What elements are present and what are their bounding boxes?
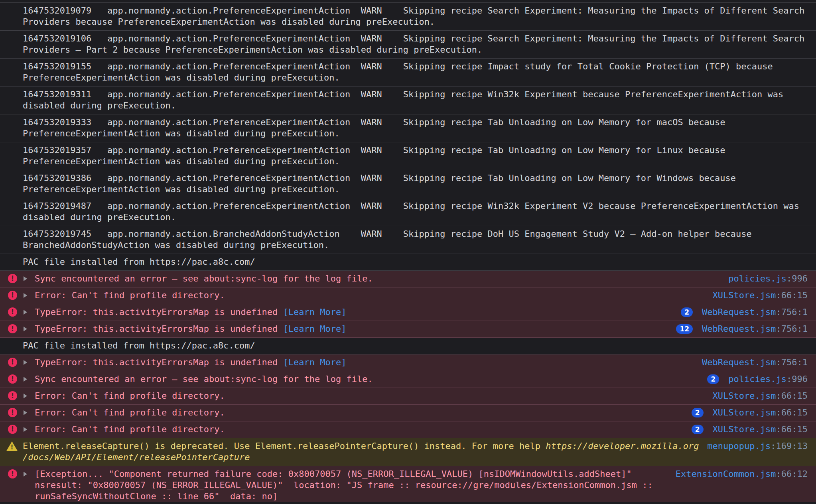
source-filename[interactable]: XULStore.jsm	[713, 408, 776, 417]
message-text: [Exception... "Component returned failur…	[35, 469, 676, 502]
message-line: disabled during preExecution.	[23, 212, 808, 223]
source-location-link[interactable]: policies.js:996	[728, 273, 808, 284]
row-gutter: !	[0, 390, 35, 400]
learn-more-link[interactable]: [Learn More]	[283, 307, 347, 317]
row-meta: 2WebRequest.jsm:756:1	[681, 307, 808, 318]
error-icon: !	[8, 408, 17, 417]
source-location-link[interactable]: XULStore.jsm:66:15	[713, 424, 808, 435]
message-line: Error: Can't find profile directory.	[35, 290, 713, 301]
message-segment: /docs/Web/API/Element/releasePointerCapt…	[23, 452, 250, 462]
source-location-link[interactable]: policies.js:996	[728, 374, 808, 385]
expand-arrow-icon[interactable]	[24, 276, 27, 281]
message-line: Error: Can't find profile directory.	[35, 424, 692, 435]
expand-arrow-icon[interactable]	[24, 360, 27, 365]
error-icon: !	[8, 469, 17, 478]
source-line-number[interactable]: :996	[786, 374, 808, 384]
expand-arrow-icon[interactable]	[24, 310, 27, 315]
message-segment: Element.releaseCapture() is deprecated. …	[23, 441, 546, 451]
source-location-link[interactable]: XULStore.jsm:66:15	[713, 290, 808, 301]
source-location-link[interactable]: menupopup.js:169:13	[707, 441, 808, 452]
source-location-link[interactable]: WebRequest.jsm:756:1	[702, 307, 808, 318]
source-location-link[interactable]: WebRequest.jsm:756:1	[702, 357, 808, 368]
log-row: PAC file installed from https://pac.a8c.…	[0, 254, 816, 271]
source-filename[interactable]: XULStore.jsm	[713, 290, 776, 300]
message-segment: Providers – Part 2 because PreferenceExp…	[23, 45, 482, 55]
message-line: TypeError: this.activityErrorsMap is und…	[35, 357, 702, 368]
source-filename[interactable]: XULStore.jsm	[713, 391, 776, 401]
error-icon: !	[8, 274, 17, 283]
source-filename[interactable]: WebRequest.jsm	[702, 307, 776, 317]
message-segment: TypeError: this.activityErrorsMap is und…	[35, 324, 283, 334]
message-segment: PAC file installed from https://pac.a8c.…	[23, 257, 255, 267]
source-line-number[interactable]: :66:15	[776, 408, 808, 417]
message-segment: 1647532019106 app.normandy.action.Prefer…	[23, 33, 804, 43]
error-icon: !	[8, 425, 17, 434]
message-segment: Sync encountered an error – see about:sy…	[35, 374, 373, 384]
error-row: !TypeError: this.activityErrorsMap is un…	[0, 354, 816, 371]
source-line-number[interactable]: :169:13	[771, 441, 808, 451]
source-line-number[interactable]: :756:1	[776, 307, 808, 317]
message-segment: https://developer.mozilla.org	[546, 441, 699, 451]
source-line-number[interactable]: :756:1	[776, 324, 808, 334]
source-filename[interactable]: ExtensionCommon.jsm	[676, 469, 776, 479]
expand-arrow-icon[interactable]	[24, 293, 27, 298]
error-row: !Sync encountered an error – see about:s…	[0, 371, 816, 388]
bottom-strip	[0, 502, 816, 504]
source-filename[interactable]: WebRequest.jsm	[702, 324, 776, 334]
error-row: !Error: Can't find profile directory.2XU…	[0, 405, 816, 421]
source-line-number[interactable]: :756:1	[776, 357, 808, 367]
message-segment: 1647532019386 app.normandy.action.Prefer…	[23, 173, 736, 183]
expand-arrow-icon[interactable]	[24, 472, 27, 476]
error-row: !TypeError: this.activityErrorsMap is un…	[0, 304, 816, 321]
message-segment: runSafeSyncWithoutClone :: line 66" data…	[35, 491, 278, 501]
source-location-link[interactable]: ExtensionCommon.jsm:66:12	[676, 469, 808, 480]
row-meta: 2XULStore.jsm:66:15	[692, 424, 808, 435]
source-line-number[interactable]: :996	[786, 274, 808, 284]
row-gutter: !	[0, 441, 23, 451]
source-location-link[interactable]: XULStore.jsm:66:15	[713, 390, 808, 402]
message-line: Element.releaseCapture() is deprecated. …	[23, 441, 707, 452]
source-filename[interactable]: XULStore.jsm	[713, 424, 776, 434]
log-row: 1647532019079 app.normandy.action.Prefer…	[0, 3, 816, 31]
source-line-number[interactable]: :66:15	[776, 290, 808, 300]
source-filename[interactable]: WebRequest.jsm	[702, 357, 776, 367]
message-segment: 1647532019357 app.normandy.action.Prefer…	[23, 145, 725, 155]
message-line: 1647532019745 app.normandy.action.Branch…	[23, 228, 808, 240]
error-icon: !	[8, 391, 17, 400]
log-row: 1647532019155 app.normandy.action.Prefer…	[0, 59, 816, 87]
message-line: Sync encountered an error – see about:sy…	[35, 273, 728, 284]
source-line-number[interactable]: :66:15	[776, 424, 808, 434]
message-segment: BranchedAddonStudyAction was disabled du…	[23, 240, 329, 250]
row-meta: ExtensionCommon.jsm:66:12	[676, 469, 808, 480]
source-location-link[interactable]: WebRequest.jsm:756:1	[702, 323, 808, 335]
source-line-number[interactable]: :66:15	[776, 391, 808, 401]
expand-arrow-icon[interactable]	[24, 327, 27, 331]
message-text: 1647532019311 app.normandy.action.Prefer…	[23, 89, 808, 111]
message-segment: PreferenceExperimentAction was disabled …	[23, 156, 340, 166]
message-text: PAC file installed from https://pac.a8c.…	[23, 340, 808, 351]
message-segment: 1647532019079 app.normandy.action.Prefer…	[23, 6, 804, 16]
source-filename[interactable]: menupopup.js	[707, 441, 771, 451]
log-row: 1647532019386 app.normandy.action.Prefer…	[0, 170, 816, 198]
message-segment: Error: Can't find profile directory.	[35, 424, 225, 434]
row-gutter: !	[0, 290, 35, 300]
message-line: /docs/Web/API/Element/releasePointerCapt…	[23, 452, 707, 463]
error-row: !TypeError: this.activityErrorsMap is un…	[0, 321, 816, 338]
source-line-number[interactable]: :66:12	[776, 469, 808, 479]
expand-arrow-icon[interactable]	[24, 394, 27, 398]
row-meta: 2XULStore.jsm:66:15	[692, 407, 808, 418]
expand-arrow-icon[interactable]	[24, 427, 27, 432]
learn-more-link[interactable]: [Learn More]	[283, 324, 347, 334]
source-filename[interactable]: policies.js	[728, 274, 786, 284]
expand-arrow-icon[interactable]	[24, 377, 27, 382]
source-location-link[interactable]: XULStore.jsm:66:15	[713, 407, 808, 418]
source-filename[interactable]: policies.js	[728, 374, 786, 384]
message-text: Error: Can't find profile directory.	[35, 290, 713, 301]
error-icon: !	[8, 324, 17, 333]
row-meta: policies.js:996	[728, 273, 808, 284]
learn-more-link[interactable]: [Learn More]	[283, 357, 347, 367]
message-text: 1647532019155 app.normandy.action.Prefer…	[23, 61, 808, 83]
message-segment: PAC file installed from https://pac.a8c.…	[23, 341, 255, 350]
expand-arrow-icon[interactable]	[24, 410, 27, 415]
message-line: 1647532019487 app.normandy.action.Prefer…	[23, 201, 808, 212]
